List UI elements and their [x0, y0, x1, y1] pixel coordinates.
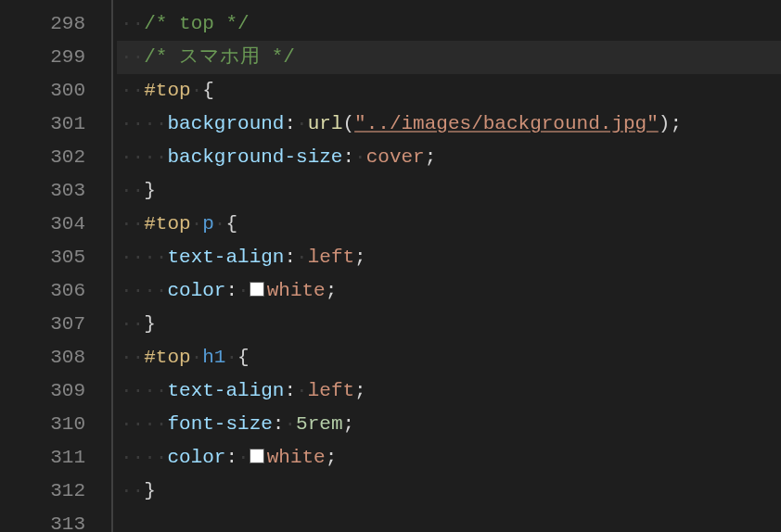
whitespace: · [296, 113, 308, 134]
whitespace: · [296, 247, 308, 268]
whitespace: ···· [121, 280, 167, 301]
semicolon-token: ; [425, 146, 437, 168]
colon-token: : [284, 247, 296, 268]
line-number: 301 [0, 108, 111, 141]
value-token: left [308, 380, 354, 401]
brace-token: { [202, 80, 214, 101]
code-line[interactable] [117, 508, 781, 532]
line-number: 306 [0, 274, 111, 308]
selector-token: #top [144, 213, 190, 234]
whitespace: · [191, 80, 203, 101]
semicolon-token: ; [354, 247, 366, 268]
whitespace: · [296, 380, 308, 401]
colon-token: : [225, 447, 237, 468]
colon-token: : [284, 113, 296, 134]
whitespace: ···· [121, 247, 167, 268]
property-token: color [167, 280, 225, 301]
color-swatch-icon [250, 282, 264, 297]
paren-token: ( [343, 113, 355, 134]
unit-token: rem [308, 413, 343, 435]
property-token: color [167, 447, 225, 468]
whitespace: ·· [121, 313, 144, 335]
whitespace: · [191, 347, 203, 368]
code-line[interactable]: ··} [117, 308, 781, 341]
line-number: 313 [0, 508, 111, 532]
semicolon-token: ; [326, 280, 338, 301]
colon-token: : [342, 146, 354, 168]
code-line[interactable]: ··} [117, 174, 781, 208]
whitespace: ·· [121, 347, 144, 368]
code-line[interactable]: ··/* スマホ用 */ [117, 41, 781, 74]
code-editor: 298 299 300 301 302 303 304 305 306 307 … [0, 0, 781, 532]
property-token: background [167, 113, 284, 134]
paren-token: ) [659, 113, 671, 134]
tag-token: h1 [202, 347, 225, 368]
whitespace: · [191, 213, 203, 234]
code-line[interactable]: ··#top·p·{ [117, 208, 781, 241]
colon-token: : [225, 280, 237, 301]
brace-token: } [144, 180, 156, 201]
line-number: 312 [0, 475, 111, 508]
whitespace: ···· [121, 113, 167, 134]
line-number: 302 [0, 141, 111, 174]
whitespace: ·· [121, 480, 144, 501]
value-token: white [267, 280, 326, 301]
brace-token: { [237, 347, 250, 368]
property-token: text-align [167, 380, 284, 401]
string-token: "../images/background.jpg" [354, 113, 659, 134]
line-number: 311 [0, 441, 111, 475]
whitespace: ·· [121, 13, 144, 34]
code-line[interactable]: ····background-size:·cover; [117, 141, 781, 174]
line-number: 310 [0, 408, 111, 441]
line-number-gutter: 298 299 300 301 302 303 304 305 306 307 … [0, 0, 111, 532]
brace-token: } [144, 313, 156, 335]
function-token: url [308, 113, 343, 134]
value-token: left [308, 247, 354, 268]
whitespace: · [237, 280, 250, 301]
code-line[interactable]: ····color:·white; [117, 274, 781, 308]
code-line[interactable]: ····text-align:·left; [117, 241, 781, 274]
code-line[interactable]: ··#top·h1·{ [117, 341, 781, 374]
line-number: 303 [0, 174, 111, 208]
semicolon-token: ; [343, 413, 355, 435]
color-swatch-icon [250, 449, 264, 463]
value-token: cover [366, 146, 425, 168]
line-number: 307 [0, 308, 111, 341]
colon-token: : [273, 413, 285, 435]
selector-token: #top [144, 347, 190, 368]
whitespace: ···· [121, 146, 167, 168]
brace-token: } [144, 480, 156, 501]
code-line[interactable]: ····color:·white; [117, 441, 781, 475]
code-line[interactable]: ····background:·url("../images/backgroun… [117, 108, 781, 141]
comment-token: /* スマホ用 */ [144, 46, 295, 68]
property-token: font-size [167, 413, 272, 435]
whitespace: ···· [121, 413, 167, 435]
whitespace: ·· [121, 46, 144, 68]
code-line[interactable]: ··/* top */ [117, 7, 781, 41]
whitespace: ···· [121, 380, 167, 401]
line-number: 298 [0, 7, 111, 41]
whitespace: ·· [121, 213, 144, 234]
value-token: white [267, 447, 326, 468]
code-area[interactable]: ··/* top */ ··/* スマホ用 */ ··#top·{ ····ba… [117, 0, 781, 532]
code-line[interactable]: ····font-size:·5rem; [117, 408, 781, 441]
whitespace: · [225, 347, 237, 368]
whitespace: · [237, 447, 250, 468]
line-number: 300 [0, 74, 111, 108]
whitespace: · [284, 413, 296, 435]
number-token: 5 [296, 413, 308, 435]
code-line[interactable]: ··} [117, 475, 781, 508]
tag-token: p [202, 213, 214, 234]
property-token: background-size [167, 146, 342, 168]
line-number: 308 [0, 341, 111, 374]
brace-token: { [225, 213, 237, 234]
whitespace: ·· [121, 180, 144, 201]
semicolon-token: ; [326, 447, 338, 468]
whitespace: ···· [121, 447, 167, 468]
colon-token: : [284, 380, 296, 401]
code-line[interactable]: ····text-align:·left; [117, 374, 781, 408]
line-number: 299 [0, 41, 111, 74]
code-line[interactable]: ··#top·{ [117, 74, 781, 108]
comment-token: /* top */ [144, 13, 249, 34]
line-number: 304 [0, 208, 111, 241]
